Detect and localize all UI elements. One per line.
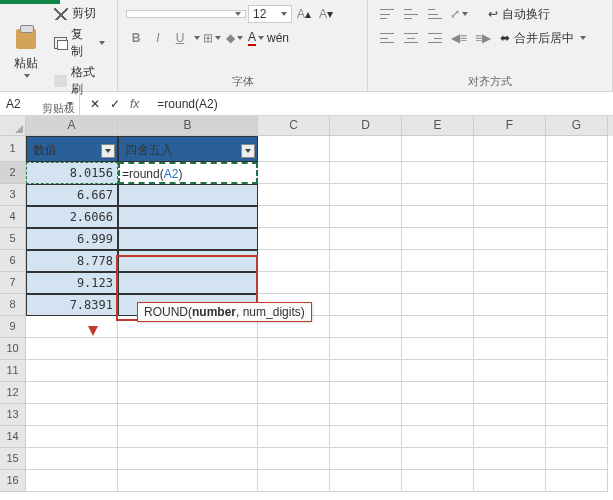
cell[interactable] xyxy=(330,136,402,162)
cell[interactable] xyxy=(258,360,330,382)
cell[interactable] xyxy=(546,228,608,250)
cell[interactable] xyxy=(546,294,608,316)
column-header-E[interactable]: E xyxy=(402,116,474,136)
font-size-select[interactable]: 12 xyxy=(248,5,292,23)
cell[interactable] xyxy=(118,426,258,448)
row-header[interactable]: 12 xyxy=(0,382,26,404)
cell[interactable] xyxy=(402,426,474,448)
cell[interactable] xyxy=(474,228,546,250)
copy-button[interactable]: 复制 xyxy=(50,25,109,61)
cell[interactable]: 6.667 xyxy=(26,184,118,206)
align-bottom-button[interactable] xyxy=(424,4,446,24)
cell[interactable] xyxy=(402,294,474,316)
cell[interactable] xyxy=(474,162,546,184)
align-middle-button[interactable] xyxy=(400,4,422,24)
fill-color-button[interactable]: ◆ xyxy=(224,28,244,48)
cell[interactable] xyxy=(330,184,402,206)
cell[interactable] xyxy=(26,470,118,492)
cell[interactable] xyxy=(26,338,118,360)
cell[interactable] xyxy=(546,404,608,426)
filter-button[interactable] xyxy=(101,144,115,158)
cell[interactable] xyxy=(258,470,330,492)
cell[interactable] xyxy=(118,360,258,382)
align-center-button[interactable] xyxy=(400,28,422,48)
name-box[interactable]: A2 xyxy=(0,92,80,115)
cell[interactable] xyxy=(330,404,402,426)
cell[interactable] xyxy=(474,272,546,294)
column-header-G[interactable]: G xyxy=(546,116,608,136)
select-all-corner[interactable] xyxy=(0,116,26,136)
cell[interactable]: 2.6066 xyxy=(26,206,118,228)
underline-button[interactable]: U xyxy=(170,28,190,48)
cell[interactable]: 6.999 xyxy=(26,228,118,250)
column-header-A[interactable]: A xyxy=(26,116,118,136)
decrease-indent-button[interactable]: ◀≡ xyxy=(448,28,470,48)
column-header-D[interactable]: D xyxy=(330,116,402,136)
row-header[interactable]: 11 xyxy=(0,360,26,382)
cell[interactable] xyxy=(118,272,258,294)
cell[interactable] xyxy=(330,228,402,250)
row-header[interactable]: 9 xyxy=(0,316,26,338)
cell[interactable] xyxy=(402,206,474,228)
row-header[interactable]: 2 xyxy=(0,162,26,184)
row-header[interactable]: 14 xyxy=(0,426,26,448)
header-cell-B[interactable]: 四舍五入 xyxy=(118,136,258,162)
align-top-button[interactable] xyxy=(376,4,398,24)
cell[interactable] xyxy=(118,338,258,360)
cell[interactable] xyxy=(546,206,608,228)
cell[interactable] xyxy=(330,426,402,448)
phonetic-button[interactable]: wén xyxy=(268,28,288,48)
cell[interactable] xyxy=(258,382,330,404)
cell[interactable] xyxy=(330,162,402,184)
cell[interactable] xyxy=(258,136,330,162)
cell[interactable] xyxy=(546,426,608,448)
cell[interactable] xyxy=(402,228,474,250)
cell[interactable] xyxy=(330,316,402,338)
cell[interactable] xyxy=(118,184,258,206)
cell[interactable] xyxy=(258,272,330,294)
cell[interactable] xyxy=(330,360,402,382)
cell[interactable]: 7.8391 xyxy=(26,294,118,316)
cell[interactable] xyxy=(546,448,608,470)
cell[interactable] xyxy=(330,294,402,316)
cell[interactable] xyxy=(26,382,118,404)
merge-center-button[interactable]: ⬌合并后居中 xyxy=(496,29,590,48)
wrap-text-button[interactable]: ↩自动换行 xyxy=(484,5,554,24)
cell[interactable] xyxy=(474,404,546,426)
cell[interactable] xyxy=(118,448,258,470)
cell[interactable] xyxy=(402,404,474,426)
align-left-button[interactable] xyxy=(376,28,398,48)
cell[interactable] xyxy=(26,360,118,382)
row-header[interactable]: 15 xyxy=(0,448,26,470)
cell[interactable] xyxy=(402,316,474,338)
cell[interactable] xyxy=(546,272,608,294)
cell[interactable] xyxy=(258,404,330,426)
cell[interactable] xyxy=(546,360,608,382)
align-right-button[interactable] xyxy=(424,28,446,48)
confirm-formula-button[interactable]: ✓ xyxy=(110,97,120,111)
cell[interactable] xyxy=(258,184,330,206)
cell[interactable]: 8.0156 xyxy=(26,162,118,184)
cell[interactable] xyxy=(118,250,258,272)
header-cell-A[interactable]: 数值 xyxy=(26,136,118,162)
row-header[interactable]: 13 xyxy=(0,404,26,426)
cell[interactable] xyxy=(330,338,402,360)
cancel-formula-button[interactable]: ✕ xyxy=(90,97,100,111)
cell[interactable] xyxy=(474,184,546,206)
cell[interactable] xyxy=(474,250,546,272)
decrease-font-button[interactable]: A▾ xyxy=(316,4,336,24)
cell[interactable] xyxy=(330,206,402,228)
cell[interactable] xyxy=(402,470,474,492)
border-button[interactable]: ⊞ xyxy=(202,28,222,48)
cell[interactable]: 8.778 xyxy=(26,250,118,272)
cell[interactable] xyxy=(546,470,608,492)
cell[interactable] xyxy=(546,382,608,404)
cell[interactable]: 9.123 xyxy=(26,272,118,294)
row-header[interactable]: 6 xyxy=(0,250,26,272)
cell[interactable] xyxy=(258,250,330,272)
cell[interactable] xyxy=(26,448,118,470)
cell[interactable] xyxy=(402,136,474,162)
cell[interactable] xyxy=(402,382,474,404)
cell[interactable] xyxy=(402,162,474,184)
filter-button[interactable] xyxy=(241,144,255,158)
